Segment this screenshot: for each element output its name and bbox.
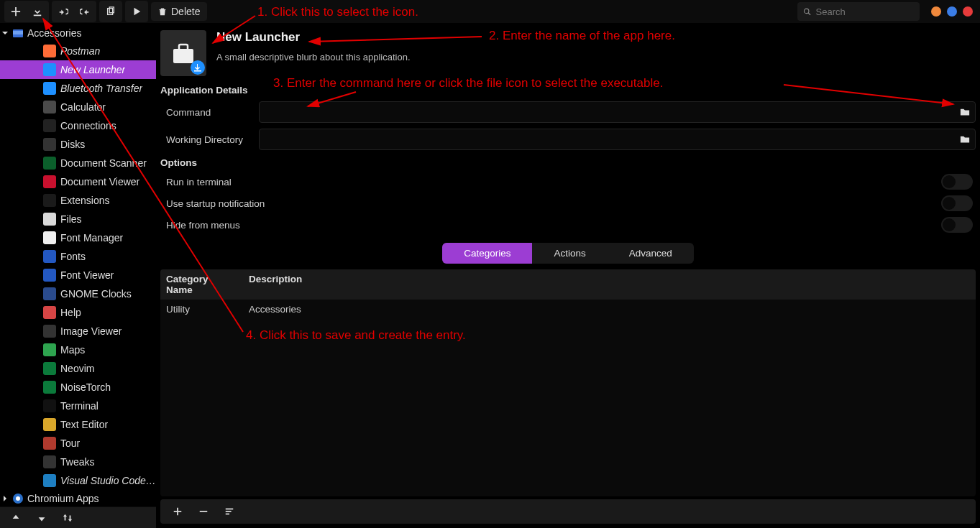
sidebar-item[interactable]: Fonts bbox=[0, 247, 156, 266]
redo-button[interactable] bbox=[75, 2, 95, 21]
workdir-input[interactable] bbox=[260, 134, 955, 145]
app-icon bbox=[43, 213, 56, 226]
command-input[interactable] bbox=[260, 107, 955, 118]
folder-icon bbox=[12, 27, 24, 40]
sidebar-item-label: GNOME Clocks bbox=[60, 288, 132, 300]
app-icon bbox=[43, 138, 56, 151]
app-icon bbox=[43, 474, 56, 487]
window-min-icon[interactable] bbox=[931, 6, 941, 17]
search-icon bbox=[803, 7, 812, 17]
run-button[interactable] bbox=[127, 2, 147, 21]
editor-panel: New Launcher A small descriptive blurb a… bbox=[156, 23, 980, 528]
app-icon bbox=[43, 381, 56, 394]
launcher-icon-picker[interactable] bbox=[160, 30, 206, 76]
sidebar-item[interactable]: Document Scanner bbox=[0, 154, 156, 172]
launcher-description[interactable]: A small descriptive blurb about this app… bbox=[216, 52, 411, 62]
remove-category-button[interactable] bbox=[192, 502, 215, 521]
sidebar-item[interactable]: Font Manager bbox=[0, 228, 156, 247]
sidebar-item-label: Postman bbox=[60, 45, 100, 57]
tab-actions[interactable]: Actions bbox=[532, 243, 607, 264]
add-category-button[interactable] bbox=[166, 502, 189, 521]
col-category: Category Name bbox=[160, 269, 243, 300]
app-icon bbox=[43, 231, 56, 244]
sort-button[interactable] bbox=[56, 509, 79, 527]
app-tree[interactable]: Accessories PostmanNew LauncherBluetooth… bbox=[0, 23, 156, 506]
table-body[interactable]: UtilityAccessories bbox=[160, 300, 976, 496]
sidebar-item-label: Visual Studio Code … bbox=[60, 475, 156, 486]
sidebar-item[interactable]: NoiseTorch bbox=[0, 378, 156, 397]
sidebar-item[interactable]: Help bbox=[0, 303, 156, 322]
app-icon bbox=[43, 119, 56, 132]
sidebar-item[interactable]: Visual Studio Code … bbox=[0, 471, 156, 490]
table-row[interactable]: UtilityAccessories bbox=[160, 300, 976, 319]
sidebar-item-label: Help bbox=[60, 307, 81, 318]
sidebar-item[interactable]: Bluetooth Transfer bbox=[0, 79, 156, 98]
sidebar-item-label: Bluetooth Transfer bbox=[60, 83, 142, 94]
sidebar-item[interactable]: Connections bbox=[0, 116, 156, 135]
move-down-button[interactable] bbox=[30, 509, 53, 527]
app-icon bbox=[43, 362, 56, 375]
sidebar-item[interactable]: Tour bbox=[0, 434, 156, 453]
search-box[interactable] bbox=[797, 2, 920, 21]
category-accessories[interactable]: Accessories bbox=[0, 24, 156, 42]
save-button[interactable] bbox=[27, 2, 47, 21]
sidebar-item[interactable]: Document Viewer bbox=[0, 172, 156, 191]
sidebar-item-label: Document Viewer bbox=[60, 176, 139, 187]
new-button[interactable] bbox=[6, 2, 26, 21]
sidebar-item-label: Font Viewer bbox=[60, 269, 114, 281]
workdir-browse-button[interactable] bbox=[955, 129, 975, 149]
sidebar-item[interactable]: Terminal bbox=[0, 397, 156, 415]
sidebar-item[interactable]: Image Viewer bbox=[0, 322, 156, 341]
search-input[interactable] bbox=[816, 6, 914, 17]
sidebar-item[interactable]: GNOME Clocks bbox=[0, 284, 156, 303]
sidebar-item[interactable]: Calculator bbox=[0, 98, 156, 116]
category-label: Accessories bbox=[27, 27, 81, 39]
command-browse-button[interactable] bbox=[955, 102, 975, 122]
sidebar-item[interactable]: New Launcher bbox=[0, 60, 156, 79]
tab-categories[interactable]: Categories bbox=[442, 243, 532, 264]
sidebar: Accessories PostmanNew LauncherBluetooth… bbox=[0, 23, 156, 528]
sidebar-item[interactable]: Font Viewer bbox=[0, 266, 156, 284]
sidebar-item[interactable]: Postman bbox=[0, 42, 156, 60]
copy-button[interactable] bbox=[101, 2, 121, 21]
svg-rect-11 bbox=[226, 509, 234, 510]
launcher-title[interactable]: New Launcher bbox=[216, 30, 411, 45]
svg-rect-10 bbox=[200, 511, 208, 512]
app-icon bbox=[43, 325, 56, 338]
clear-category-button[interactable] bbox=[218, 502, 241, 521]
sidebar-item[interactable]: Neovim bbox=[0, 359, 156, 378]
move-up-button[interactable] bbox=[4, 509, 27, 527]
app-icon bbox=[43, 45, 56, 57]
sidebar-item-label: Tweaks bbox=[60, 456, 94, 468]
app-icon bbox=[43, 63, 56, 76]
opt-startup-toggle[interactable] bbox=[941, 195, 973, 211]
svg-point-2 bbox=[804, 9, 808, 13]
sidebar-item[interactable]: Tweaks bbox=[0, 453, 156, 471]
app-icon bbox=[43, 194, 56, 207]
sidebar-footer bbox=[0, 506, 156, 528]
window-max-icon[interactable] bbox=[947, 6, 957, 17]
sidebar-item[interactable]: Extensions bbox=[0, 191, 156, 210]
cell-description: Accessories bbox=[243, 300, 307, 319]
opt-hide-toggle[interactable] bbox=[941, 217, 973, 233]
sidebar-item[interactable]: Disks bbox=[0, 135, 156, 154]
app-icon bbox=[43, 343, 56, 356]
sidebar-item-label: Font Manager bbox=[60, 232, 123, 244]
sidebar-item-label: Terminal bbox=[60, 400, 99, 412]
category-chromium[interactable]: Chromium Apps bbox=[0, 490, 156, 506]
sidebar-item[interactable]: Files bbox=[0, 210, 156, 228]
delete-label: Delete bbox=[171, 6, 200, 17]
app-icon bbox=[43, 250, 56, 263]
tab-advanced[interactable]: Advanced bbox=[608, 243, 694, 264]
window-close-icon[interactable] bbox=[963, 6, 973, 17]
sidebar-item[interactable]: Maps bbox=[0, 341, 156, 359]
opt-terminal-toggle[interactable] bbox=[941, 174, 973, 190]
delete-button[interactable]: Delete bbox=[151, 2, 207, 21]
sidebar-item-label: Files bbox=[60, 213, 82, 225]
sidebar-item-label: Tour bbox=[60, 437, 80, 449]
command-label: Command bbox=[160, 107, 250, 118]
undo-button[interactable] bbox=[53, 2, 73, 21]
options-heading: Options bbox=[156, 153, 980, 171]
sidebar-item[interactable]: Text Editor bbox=[0, 415, 156, 434]
folder-icon bbox=[960, 107, 970, 117]
